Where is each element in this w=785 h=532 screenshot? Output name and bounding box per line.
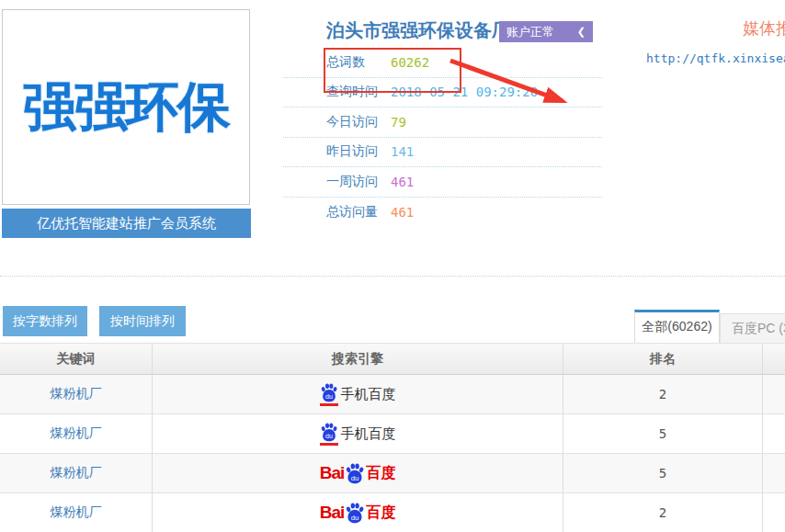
- stat-value: 461: [391, 175, 414, 189]
- stat-label: 今日访问: [326, 114, 391, 130]
- baidu-paw-icon: du: [320, 382, 338, 406]
- baidu-paw-icon: du: [320, 422, 338, 446]
- stats-list: 总词数 60262 查询时间 2018-05-21 09:29:20 今日访问 …: [283, 48, 602, 227]
- extra-cell: [763, 493, 785, 532]
- keyword-rank-table: 关键词 搜索引擎 排名 煤粉机厂 du 手机百度: [0, 343, 785, 532]
- site-url-link[interactable]: http://qtfk.xinxisea.: [646, 51, 785, 65]
- system-title-bar: 亿优托智能建站推广会员系统: [2, 209, 251, 238]
- company-logo-text: 强强环保: [23, 72, 229, 143]
- tab-all[interactable]: 全部(60262): [634, 310, 720, 343]
- account-status-badge: 账户正常 ❮: [499, 21, 593, 42]
- table-row: 煤粉机厂 du Bai: [0, 493, 785, 532]
- stat-label: 总词数: [326, 54, 391, 71]
- stat-label: 查询时间: [326, 84, 391, 100]
- svg-text:du: du: [351, 514, 359, 522]
- system-title: 亿优托智能建站推广会员系统: [37, 215, 216, 232]
- svg-text:du: du: [325, 433, 333, 440]
- baidu-paw-icon: du: [345, 502, 365, 524]
- stat-value: 141: [391, 144, 414, 159]
- extra-cell: [763, 375, 785, 413]
- tab-baidu-pc[interactable]: 百度PC (30: [720, 313, 785, 343]
- sort-by-time-button[interactable]: 按时间排列: [99, 306, 186, 336]
- stat-row: 今日访问 79: [283, 108, 602, 138]
- keyword-cell: 煤粉机厂: [0, 414, 153, 453]
- table-row: 煤粉机厂 du 手机百度: [0, 375, 785, 414]
- rank-cell: 5: [563, 454, 763, 492]
- stat-row: 总词数 60262: [283, 48, 602, 78]
- header-rank: 排名: [563, 344, 763, 374]
- rank-cell: 2: [563, 375, 763, 413]
- header-extra: [763, 344, 785, 374]
- rank-cell: 2: [563, 493, 763, 532]
- stat-value: 60262: [391, 55, 429, 70]
- account-title: 泊头市强强环保设备厂: [326, 18, 510, 43]
- engine-cell: du Bai du 百度: [153, 493, 563, 532]
- table-row: 煤粉机厂 du Bai: [0, 454, 785, 493]
- baidu-paw-icon: du: [345, 462, 365, 484]
- header-engine: 搜索引擎: [153, 344, 563, 374]
- stat-label: 一周访问: [326, 174, 391, 190]
- keyword-cell: 煤粉机厂: [0, 454, 153, 492]
- svg-text:du: du: [325, 393, 333, 401]
- keyword-cell: 煤粉机厂: [0, 375, 153, 413]
- engine-cell: du 手机百度 du: [153, 414, 563, 453]
- svg-text:du: du: [351, 474, 359, 482]
- stat-label: 昨日访问: [326, 143, 391, 160]
- engine-cell: du 手机百度 du: [153, 375, 563, 413]
- baidu-pc-logo: Bai du 百度: [320, 502, 396, 524]
- baidu-pc-logo: Bai du 百度: [320, 462, 396, 484]
- baidu-logo-cn: 百度: [366, 504, 395, 523]
- stat-row: 总访问量 461: [283, 198, 602, 228]
- extra-cell: [763, 454, 785, 492]
- baidu-logo-bai: Bai: [320, 503, 345, 523]
- mobile-baidu-logo: du 手机百度: [320, 382, 396, 406]
- stat-label: 总访问量: [326, 204, 391, 221]
- baidu-logo-bai: Bai: [320, 463, 345, 483]
- table-body: 煤粉机厂 du 手机百度: [0, 375, 785, 532]
- mobile-engine-label: 手机百度: [341, 425, 396, 443]
- stat-value: 79: [391, 115, 406, 130]
- mobile-engine-label: 手机百度: [341, 386, 396, 403]
- media-section-heading: 媒体推广: [743, 17, 785, 40]
- status-badge-label: 账户正常: [506, 24, 554, 40]
- section-divider: [0, 276, 785, 277]
- stat-row: 查询时间 2018-05-21 09:29:20: [283, 78, 602, 108]
- company-logo: 强强环保: [2, 9, 250, 205]
- stat-value: 461: [391, 205, 414, 220]
- keyword-cell: 煤粉机厂: [0, 493, 153, 532]
- stat-row: 一周访问 461: [283, 167, 602, 198]
- table-row: 煤粉机厂 du 手机百度: [0, 414, 785, 454]
- engine-cell: du Bai du 百度: [153, 454, 563, 492]
- table-header-row: 关键词 搜索引擎 排名: [0, 343, 785, 375]
- stat-value: 2018-05-21 09:29:20: [391, 85, 538, 99]
- badge-chevron-icon: ❮: [577, 27, 586, 37]
- header-keyword: 关键词: [0, 344, 153, 374]
- app-root: 强强环保 亿优托智能建站推广会员系统 泊头市强强环保设备厂 账户正常 ❮ 总词数…: [0, 0, 785, 532]
- sort-by-words-button[interactable]: 按字数排列: [3, 306, 87, 336]
- mobile-baidu-logo: du 手机百度: [320, 422, 396, 446]
- baidu-logo-cn: 百度: [366, 464, 395, 483]
- stat-row: 昨日访问 141: [283, 138, 602, 168]
- rank-cell: 5: [563, 414, 763, 453]
- extra-cell: [763, 414, 785, 453]
